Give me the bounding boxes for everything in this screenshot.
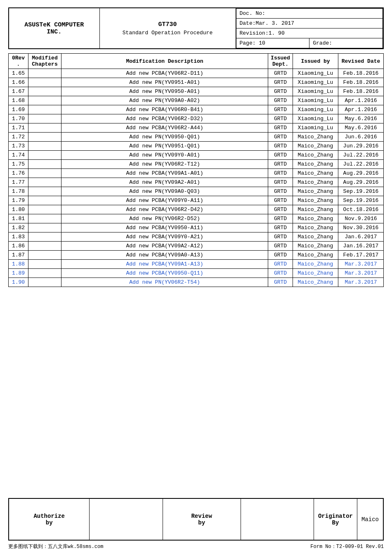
cell-issby: Xiaoming_Lu bbox=[293, 69, 338, 78]
cell-rev: 1.65 bbox=[9, 69, 28, 78]
cell-dept: GRTD bbox=[268, 178, 293, 187]
table-row: 1.73 Add new PN(YV0951-Q01) GRTD Maico_Z… bbox=[9, 142, 384, 151]
cell-date: Sep.19.2016 bbox=[338, 187, 384, 196]
cell-date: Jun.6.2016 bbox=[338, 133, 384, 142]
table-row: 1.76 Add new PCBA(YV09A1-A01) GRTD Maico… bbox=[9, 169, 384, 178]
cell-date: Aug.29.2016 bbox=[338, 169, 384, 178]
review-by-value-cell bbox=[241, 499, 314, 540]
cell-issby: Xiaoming_Lu bbox=[293, 78, 338, 87]
bottom-bar: 更多图纸下载到：五八文库wk.58sms.com Form No：T2-009-… bbox=[8, 542, 384, 551]
cell-mod bbox=[28, 160, 61, 169]
cell-date: May.6.2016 bbox=[338, 114, 384, 123]
cell-date: Feb.18.2016 bbox=[338, 87, 384, 96]
cell-desc: Add new PN(YV0950-Q01) bbox=[61, 133, 268, 142]
table-row: 1.70 Add new PCBA(YV06R2-D32) GRTD Xiaom… bbox=[9, 114, 384, 123]
cell-desc: Add new PCBA(YV09A0-A13) bbox=[61, 251, 268, 260]
cell-desc: Add new PCBA(YV09A1-A13) bbox=[61, 260, 268, 269]
header-right-table: Doc. No: Date:Mar. 3. 2017 Revision:1. 9… bbox=[236, 8, 383, 48]
col-header-revdate: Revised Date bbox=[338, 54, 384, 69]
cell-dept: GRTD bbox=[268, 251, 293, 260]
cell-dept: GRTD bbox=[268, 214, 293, 223]
footer-section: Authorize by Review by Originator By Mai… bbox=[8, 498, 384, 541]
cell-date: Aug.29.2016 bbox=[338, 178, 384, 187]
page-grade-container: Page: 10 Grade: bbox=[236, 38, 383, 48]
cell-date: Apr.1.2016 bbox=[338, 105, 384, 114]
cell-issby: Xiaoming_Lu bbox=[293, 87, 338, 96]
cell-issby: Maico_Zhang bbox=[293, 251, 338, 260]
authorize-by-value-cell bbox=[90, 499, 163, 540]
cell-desc: Add new PN(YV09A0-A02) bbox=[61, 96, 268, 105]
table-row: 1.78 Add new PN(YV09A0-Q03) GRTD Maico_Z… bbox=[9, 187, 384, 196]
cell-date: Sep.19.2016 bbox=[338, 196, 384, 205]
cell-mod bbox=[28, 133, 61, 142]
originator-by-value-cell: Maico bbox=[357, 499, 383, 540]
cell-dept: GRTD bbox=[268, 169, 293, 178]
cell-date: Jan.16.2017 bbox=[338, 242, 384, 251]
cell-issby: Maico_Zhang bbox=[293, 151, 338, 160]
cell-dept: GRTD bbox=[268, 269, 293, 278]
cell-mod bbox=[28, 269, 61, 278]
cell-mod bbox=[28, 187, 61, 196]
col-header-rev: 0Rev. bbox=[9, 54, 28, 69]
cell-date: Apr.1.2016 bbox=[338, 96, 384, 105]
cell-issby: Maico_Zhang bbox=[293, 205, 338, 214]
cell-desc: Add new PN(YV06R2-T12) bbox=[61, 160, 268, 169]
doc-no: Doc. No: bbox=[236, 9, 383, 19]
cell-dept: GRTD bbox=[268, 123, 293, 133]
cell-dept: GRTD bbox=[268, 87, 293, 96]
cell-rev: 1.69 bbox=[9, 105, 28, 114]
cell-rev: 1.88 bbox=[9, 260, 28, 269]
cell-desc: Add new PCBA(YV09A2-A12) bbox=[61, 242, 268, 251]
table-row: 1.75 Add new PN(YV06R2-T12) GRTD Maico_Z… bbox=[9, 160, 384, 169]
cell-desc: Add new PN(YV0951-Q01) bbox=[61, 142, 268, 151]
cell-desc: Add new PCBA(YV06R2-D32) bbox=[61, 114, 268, 123]
col-header-dept: IssuedDept. bbox=[268, 54, 293, 69]
cell-date: May.6.2016 bbox=[338, 123, 384, 133]
cell-date: Nov.30.2016 bbox=[338, 223, 384, 232]
header-table: ASUSTeK COMPUTER INC. GT730 Standard Ope… bbox=[8, 7, 384, 49]
cell-dept: GRTD bbox=[268, 278, 293, 287]
cell-mod bbox=[28, 123, 61, 133]
col-header-mod: ModifiedChapters bbox=[28, 54, 61, 69]
cell-rev: 1.68 bbox=[9, 96, 28, 105]
spacer bbox=[8, 290, 384, 498]
cell-desc: Add new PCBA(YV06R2-D42) bbox=[61, 205, 268, 214]
cell-rev: 1.70 bbox=[9, 114, 28, 123]
table-row: 1.82 Add new PCBA(YV0950-A11) GRTD Maico… bbox=[9, 223, 384, 232]
originator-by-cell: Originator By bbox=[314, 499, 357, 540]
cell-dept: GRTD bbox=[268, 114, 293, 123]
page-number: Page: 10 bbox=[236, 38, 310, 48]
cell-mod bbox=[28, 78, 61, 87]
cell-issby: Xiaoming_Lu bbox=[293, 114, 338, 123]
page-grade-row: Page: 10 Grade: bbox=[236, 38, 383, 48]
cell-rev: 1.78 bbox=[9, 187, 28, 196]
cell-rev: 1.66 bbox=[9, 78, 28, 87]
col-header-desc: Modification Description bbox=[61, 54, 268, 69]
cell-date: Jan.6.2017 bbox=[338, 232, 384, 242]
company-name: ASUSTeK COMPUTER INC. bbox=[9, 8, 99, 49]
revision-table: 0Rev. ModifiedChapters Modification Desc… bbox=[8, 53, 384, 287]
table-row: 1.87 Add new PCBA(YV09A0-A13) GRTD Maico… bbox=[9, 251, 384, 260]
cell-rev: 1.73 bbox=[9, 142, 28, 151]
cell-dept: GRTD bbox=[268, 96, 293, 105]
cell-dept: GRTD bbox=[268, 151, 293, 160]
cell-mod bbox=[28, 151, 61, 160]
cell-mod bbox=[28, 260, 61, 269]
cell-rev: 1.80 bbox=[9, 205, 28, 214]
cell-rev: 1.74 bbox=[9, 151, 28, 160]
cell-mod bbox=[28, 223, 61, 232]
table-row: 1.89 Add new PCBA(YV0950-Q11) GRTD Maico… bbox=[9, 269, 384, 278]
table-row: 1.81 Add new PN(YV06R2-D52) GRTD Maico_Z… bbox=[9, 214, 384, 223]
cell-rev: 1.67 bbox=[9, 87, 28, 96]
cell-mod bbox=[28, 96, 61, 105]
table-row: 1.67 Add new PN(YV0950-A01) GRTD Xiaomin… bbox=[9, 87, 384, 96]
cell-issby: Maico_Zhang bbox=[293, 133, 338, 142]
cell-date: Feb.18.2016 bbox=[338, 69, 384, 78]
table-row: 1.69 Add new PCBA(YV06R0-B41) GRTD Xiaom… bbox=[9, 105, 384, 114]
review-by-cell: Review by bbox=[163, 499, 241, 540]
cell-dept: GRTD bbox=[268, 232, 293, 242]
document-title: GT730 Standard Operation Procedure bbox=[99, 8, 236, 49]
cell-dept: GRTD bbox=[268, 223, 293, 232]
table-row: 1.72 Add new PN(YV0950-Q01) GRTD Maico_Z… bbox=[9, 133, 384, 142]
cell-desc: Add new PCBA(YV09Y0-A21) bbox=[61, 232, 268, 242]
